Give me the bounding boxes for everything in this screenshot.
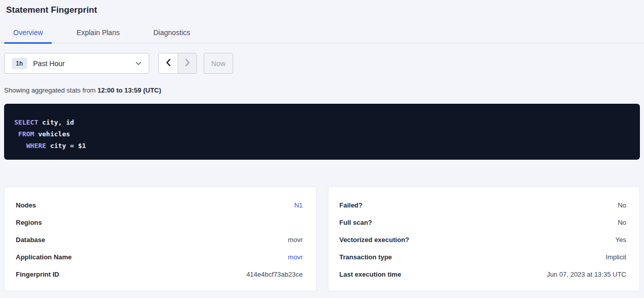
sql-line: WHERE city = $1 (14, 140, 630, 152)
next-time-range-button[interactable] (178, 53, 197, 73)
row-full-scan: Full scan? No (340, 214, 627, 231)
statement-details-card: Nodes N1 Regions Database movr Applicati… (4, 187, 317, 291)
aggregated-stats-caption: Showing aggregated stats from 12:00 to 1… (4, 86, 640, 94)
previous-time-range-button[interactable] (159, 53, 178, 73)
execution-attributes-card: Failed? No Full scan? No Vectorized exec… (328, 187, 640, 291)
application-name-link[interactable]: movr (288, 253, 303, 261)
time-range-badge: 1h (12, 58, 27, 69)
summary-cards: Nodes N1 Regions Database movr Applicati… (4, 187, 640, 291)
row-label: Transaction type (340, 253, 392, 261)
row-vectorized-execution: Vectorized execution? Yes (340, 231, 627, 248)
sql-text: vehicles (34, 130, 70, 138)
row-label: Last execution time (340, 271, 401, 278)
row-label: Nodes (16, 201, 36, 209)
sql-statement-box: SELECT city, id FROM vehicles WHERE city… (4, 104, 640, 160)
time-range-label: Past Hour (33, 59, 65, 68)
chevron-down-icon (135, 62, 142, 66)
sql-keyword: SELECT (14, 118, 38, 126)
sql-text: city = $1 (46, 142, 86, 150)
time-toolbar: 1h Past Hour Now (4, 53, 640, 74)
chevron-left-icon (165, 58, 171, 68)
row-application-name: Application Name movr (16, 248, 303, 265)
row-last-execution-time: Last execution time Jun 07, 2023 at 13:3… (340, 265, 627, 283)
row-label: Failed? (340, 201, 363, 209)
row-value: No (618, 219, 626, 226)
row-label: Full scan? (340, 219, 372, 226)
now-button[interactable]: Now (204, 53, 233, 74)
sql-keyword: WHERE (26, 142, 46, 150)
row-value: Jun 07, 2023 at 13:35 UTC (547, 271, 626, 278)
row-database: Database movr (16, 231, 303, 248)
tab-explain-plans[interactable]: Explain Plans (67, 24, 129, 43)
chevron-right-icon (185, 58, 190, 68)
tab-overview[interactable]: Overview (4, 24, 52, 43)
row-value: Implicit (606, 253, 626, 261)
row-label: Database (16, 236, 45, 244)
row-failed: Failed? No (340, 196, 627, 214)
row-nodes: Nodes N1 (16, 196, 303, 214)
row-value: 414e4bcf73ab23ce (246, 271, 303, 278)
stats-caption-range: 12:00 to 13:59 (UTC) (98, 86, 161, 94)
nodes-link[interactable]: N1 (294, 201, 303, 209)
sql-line: FROM vehicles (14, 128, 630, 140)
row-label: Fingerprint ID (16, 271, 59, 278)
statement-fingerprint-page: Statement Fingerprint Overview Explain P… (0, 5, 644, 298)
page-title: Statement Fingerprint (6, 5, 644, 15)
stats-caption-prefix: Showing aggregated stats from (4, 86, 98, 94)
row-fingerprint-id: Fingerprint ID 414e4bcf73ab23ce (16, 265, 303, 283)
tab-bar: Overview Explain Plans Diagnostics (0, 24, 644, 43)
sql-line: SELECT city, id (14, 116, 630, 128)
row-label: Application Name (16, 253, 72, 261)
row-value: movr (288, 236, 303, 244)
row-label: Vectorized execution? (340, 236, 409, 244)
row-regions: Regions (16, 214, 303, 231)
time-range-select[interactable]: 1h Past Hour (4, 53, 149, 74)
row-label: Regions (16, 219, 42, 226)
time-range-nav (158, 53, 197, 74)
row-value: No (618, 201, 626, 209)
tab-diagnostics[interactable]: Diagnostics (144, 24, 199, 43)
sql-text: city, id (38, 118, 74, 126)
row-transaction-type: Transaction type Implicit (340, 248, 627, 265)
sql-keyword: FROM (18, 130, 34, 138)
row-value: Yes (615, 236, 626, 244)
